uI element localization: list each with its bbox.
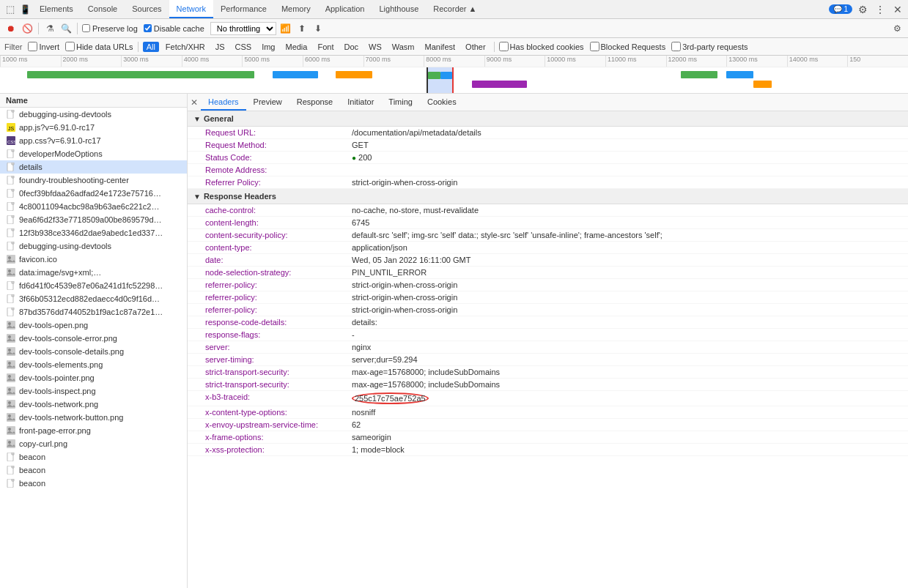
file-item[interactable]: dev-tools-network-button.png — [0, 411, 187, 424]
file-item[interactable]: fd6d41f0c4539e87e06a241d1fc52298… — [0, 279, 187, 292]
filter-manifest[interactable]: Manifest — [421, 42, 459, 52]
filter-other[interactable]: Other — [462, 42, 490, 52]
disable-cache-checkbox[interactable] — [144, 24, 152, 32]
blocked-requests-label[interactable]: Blocked Requests — [590, 42, 666, 51]
ruler-1: 2000 ms — [61, 56, 122, 67]
tab-memory[interactable]: Memory — [274, 0, 318, 18]
file-item[interactable]: dev-tools-console-error.png — [0, 332, 187, 345]
tab-network[interactable]: Network — [169, 0, 213, 18]
filter-all[interactable]: All — [143, 42, 159, 52]
file-item[interactable]: JSapp.js?v=6.91.0-rc17 — [0, 121, 187, 134]
request-url-row: Request URL: /documentation/api/metadata… — [188, 127, 908, 139]
file-item[interactable]: data:image/svg+xml;… — [0, 266, 187, 279]
invert-label[interactable]: Invert — [28, 42, 59, 51]
response-header-row: response-code-details:details: — [188, 316, 908, 329]
filter-js[interactable]: JS — [212, 42, 229, 52]
tab-sources[interactable]: Sources — [125, 0, 169, 18]
file-item[interactable]: CSSapp.css?v=6.91.0-rc17 — [0, 134, 187, 147]
general-section-header[interactable]: ▼ General — [188, 111, 908, 127]
has-blocked-checkbox[interactable] — [499, 42, 509, 51]
preserve-log-label[interactable]: Preserve log — [82, 24, 138, 33]
referrer-policy-value: strict-origin-when-cross-origin — [352, 178, 890, 187]
filter-wasm[interactable]: Wasm — [388, 42, 418, 52]
preserve-log-checkbox[interactable] — [82, 24, 90, 32]
close-icon[interactable]: ✕ — [890, 2, 905, 17]
has-blocked-label[interactable]: Has blocked cookies — [499, 42, 584, 51]
svg-text:CSS: CSS — [7, 140, 15, 144]
file-item[interactable]: debugging-using-devtools — [0, 239, 187, 253]
filter-font[interactable]: Font — [314, 42, 337, 52]
third-party-checkbox[interactable] — [671, 42, 681, 51]
tab-timing[interactable]: Timing — [381, 94, 420, 111]
status-dot-icon: ● — [352, 154, 356, 162]
filter-img[interactable]: Img — [258, 42, 278, 52]
wifi-icon[interactable]: 📶 — [279, 22, 292, 35]
file-item[interactable]: dev-tools-console-details.png — [0, 345, 187, 358]
tab-initiator[interactable]: Initiator — [340, 94, 381, 111]
file-icon — [6, 373, 16, 383]
file-item[interactable]: front-page-error.png — [0, 424, 187, 437]
file-item[interactable]: beacon — [0, 477, 187, 490]
file-item[interactable]: dev-tools-pointer.png — [0, 371, 187, 384]
tab-cookies[interactable]: Cookies — [420, 94, 464, 111]
response-header-row: server:nginx — [188, 341, 908, 354]
invert-checkbox[interactable] — [28, 42, 37, 51]
file-item[interactable]: dev-tools-network.png — [0, 398, 187, 411]
device-icon[interactable]: 📱 — [18, 2, 32, 17]
file-item[interactable]: 9ea6f6d2f33e7718509a00be869579d… — [0, 213, 187, 226]
tab-performance[interactable]: Performance — [213, 0, 274, 18]
file-name: dev-tools-pointer.png — [19, 373, 95, 382]
tab-preview[interactable]: Preview — [246, 94, 289, 111]
record-button[interactable]: ⏺ — [4, 22, 18, 35]
header-value: server;dur=59.294 — [352, 355, 890, 364]
tab-application[interactable]: Application — [318, 0, 372, 18]
tab-console[interactable]: Console — [81, 0, 125, 18]
upload-icon[interactable]: ⬆ — [295, 22, 309, 35]
file-item[interactable]: developerModeOptions — [0, 147, 187, 160]
file-item[interactable]: favicon.ico — [0, 253, 187, 266]
filter-doc[interactable]: Doc — [340, 42, 362, 52]
filter-ws[interactable]: WS — [365, 42, 385, 52]
response-headers-section[interactable]: ▼ Response Headers — [188, 189, 908, 204]
file-item[interactable]: beacon — [0, 450, 187, 464]
file-item[interactable]: 87bd3576dd744052b1f9ac1c87a72e1… — [0, 305, 187, 319]
download-icon[interactable]: ⬇ — [311, 22, 325, 35]
file-item[interactable]: dev-tools-open.png — [0, 319, 187, 332]
file-item[interactable]: beacon — [0, 464, 187, 477]
file-item[interactable]: details — [0, 160, 187, 174]
filter-icon[interactable]: ⚗ — [43, 22, 56, 35]
settings-icon[interactable]: ⚙ — [855, 2, 870, 17]
file-item[interactable]: dev-tools-inspect.png — [0, 384, 187, 398]
panel-close-button[interactable]: ✕ — [188, 96, 201, 109]
tab-elements[interactable]: Elements — [32, 0, 81, 18]
file-item[interactable]: debugging-using-devtools — [0, 108, 187, 121]
tab-response[interactable]: Response — [289, 94, 341, 111]
filter-media[interactable]: Media — [281, 42, 311, 52]
file-item[interactable]: copy-curl.png — [0, 437, 187, 450]
file-item[interactable]: 0fecf39bfdaa26adfad24e1723e75716… — [0, 187, 187, 200]
more-icon[interactable]: ⋮ — [873, 2, 887, 17]
file-item[interactable]: 4c80011094acbc98a9b63ae6c221c2… — [0, 200, 187, 213]
clear-button[interactable]: 🚫 — [21, 22, 34, 35]
file-item[interactable]: 3f66b05312ecd882edaecc4d0c9f16d… — [0, 292, 187, 305]
blocked-requests-checkbox[interactable] — [590, 42, 599, 51]
settings-icon-right[interactable]: ⚙ — [890, 22, 904, 35]
file-item[interactable]: 12f3b938ce3346d2dae9abedc1ed337… — [0, 226, 187, 239]
tab-recorder[interactable]: Recorder ▲ — [426, 0, 484, 18]
file-item[interactable]: dev-tools-elements.png — [0, 358, 187, 371]
third-party-label[interactable]: 3rd-party requests — [671, 42, 748, 51]
hide-data-urls-checkbox[interactable] — [65, 42, 75, 51]
search-icon[interactable]: 🔍 — [59, 22, 73, 35]
toolbar-sep-2 — [77, 23, 78, 34]
file-icon — [6, 399, 16, 409]
filter-fetch-xhr[interactable]: Fetch/XHR — [162, 42, 209, 52]
disable-cache-label[interactable]: Disable cache — [144, 24, 204, 33]
tab-lighthouse[interactable]: Lighthouse — [372, 0, 426, 18]
header-value: application/json — [352, 243, 890, 252]
throttle-select[interactable]: No throttling — [210, 22, 276, 35]
filter-css[interactable]: CSS — [232, 42, 256, 52]
inspect-icon[interactable]: ⬚ — [3, 2, 18, 17]
file-item[interactable]: foundry-troubleshooting-center — [0, 174, 187, 187]
tab-headers[interactable]: Headers — [201, 94, 246, 111]
hide-data-urls-label[interactable]: Hide data URLs — [65, 42, 133, 51]
